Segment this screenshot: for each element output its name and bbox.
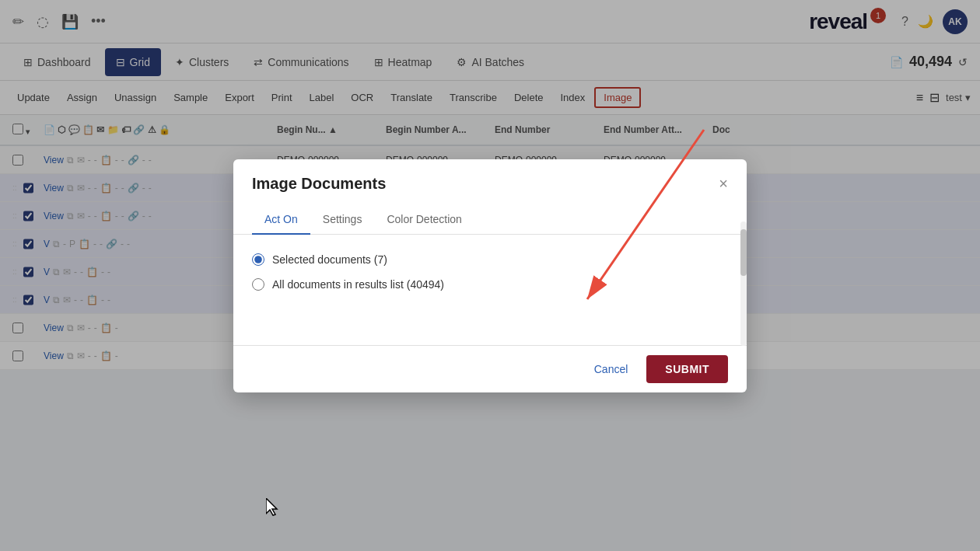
image-documents-modal: Image Documents × Act On Settings Color …	[233, 159, 747, 371]
radio-selected-label: Selected documents (7)	[272, 253, 387, 266]
cancel-button[interactable]: Cancel	[585, 357, 638, 371]
radio-input-all[interactable]	[252, 278, 264, 291]
radio-selected-docs[interactable]: Selected documents (7)	[252, 253, 728, 266]
modal-body: Selected documents (7) All documents in …	[233, 235, 747, 345]
radio-input-selected[interactable]	[252, 253, 264, 266]
modal-overlay: Image Documents × Act On Settings Color …	[0, 0, 980, 370]
modal-title: Image Documents	[252, 175, 386, 193]
radio-all-docs[interactable]: All documents in results list (40494)	[252, 278, 728, 291]
modal-footer: Cancel SUBMIT	[233, 345, 747, 371]
scrollbar-thumb	[740, 229, 747, 276]
tab-color-detection[interactable]: Color Detection	[374, 205, 474, 235]
tab-act-on[interactable]: Act On	[252, 205, 310, 235]
modal-header: Image Documents ×	[233, 159, 747, 193]
radio-all-label: All documents in results list (40494)	[272, 278, 444, 291]
submit-button[interactable]: SUBMIT	[646, 355, 728, 371]
modal-scrollbar[interactable]	[740, 221, 747, 346]
modal-tabs: Act On Settings Color Detection	[233, 205, 747, 235]
tab-settings[interactable]: Settings	[310, 205, 375, 235]
modal-close-button[interactable]: ×	[719, 176, 728, 191]
